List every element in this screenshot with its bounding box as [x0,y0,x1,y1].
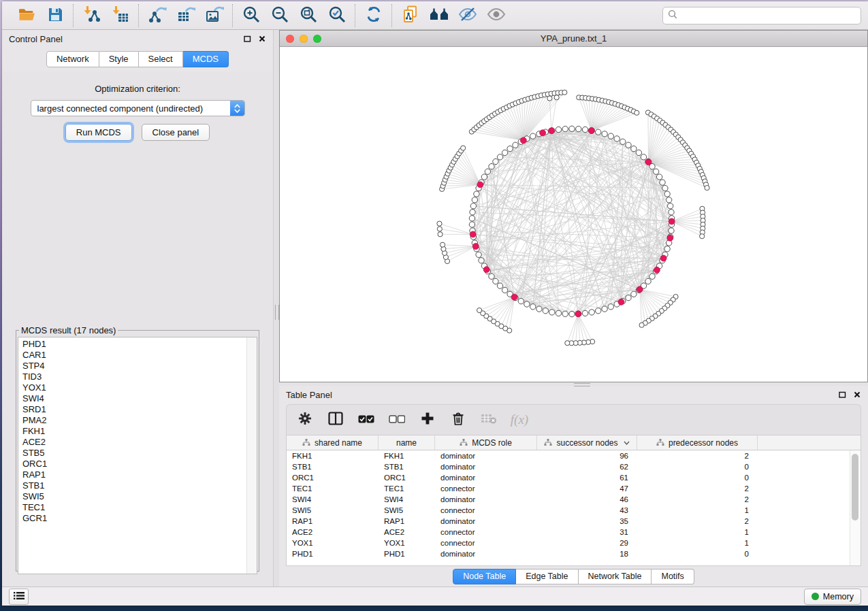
mcds-result-item[interactable]: STB1 [22,480,257,491]
mcds-result-item[interactable]: GCR1 [22,513,257,524]
optimization-criterion-select[interactable]: largest connected component (undirected) [31,100,245,116]
mcds-result-item[interactable]: YOX1 [22,382,257,393]
table-row[interactable]: SWI5SWI5connector431 [287,505,861,516]
open-folder-icon [18,6,36,25]
zoom-window-icon[interactable] [313,35,321,43]
close-window-icon[interactable] [286,35,294,43]
table-row[interactable]: YOX1YOX1connector291 [287,538,861,548]
column-header-predecessor-nodes[interactable]: predecessor nodes [637,435,758,450]
table-row[interactable]: RAP1RAP1dominator352 [287,516,861,527]
list-scrollbar[interactable] [246,337,257,574]
tab-network-table[interactable]: Network Table [579,569,652,584]
zoom-in-button[interactable] [242,6,261,25]
mcds-result-item[interactable]: TEC1 [22,502,257,513]
minimize-window-icon[interactable] [300,35,308,43]
mcds-result-item[interactable]: SWI4 [22,393,257,404]
memory-button[interactable]: Memory [804,589,861,605]
close-panel-button[interactable]: Close panel [142,124,210,141]
select-all-columns-button[interactable] [358,412,374,428]
scrollbar-thumb[interactable] [852,454,858,521]
tab-edge-table[interactable]: Edge Table [516,569,578,584]
columns-icon [328,412,343,428]
mcds-result-list[interactable]: PHD1CAR1STP4TID3YOX1SWI4SRD1PMA2FKH1ACE2… [18,337,257,574]
tab-node-table[interactable]: Node Table [453,569,516,584]
column-panel-button[interactable] [327,412,344,428]
file-group [9,6,73,25]
tab-motifs[interactable]: Motifs [652,569,694,584]
zoom-fit-button[interactable] [299,6,318,25]
mcds-result-item[interactable]: TID3 [22,371,257,382]
mcds-result-item[interactable]: PHD1 [22,339,257,350]
table-row[interactable]: PHD1PHD1dominator180 [287,548,861,559]
first-neighbors-button[interactable] [430,6,449,25]
network-graph[interactable] [280,47,867,382]
network-canvas[interactable] [280,47,867,382]
table-cell: 43 [537,506,637,514]
mcds-result-item[interactable]: STP4 [22,361,257,371]
table-row[interactable]: ORC1ORC1dominator610 [287,472,861,483]
horizontal-splitter[interactable] [279,382,868,386]
column-header-name[interactable]: name [379,435,435,450]
mcds-result-item[interactable]: ACE2 [22,437,257,448]
mcds-result-item[interactable]: STB5 [22,448,257,459]
tab-network[interactable]: Network [46,51,99,67]
table-row[interactable]: STB1STB1dominator620 [287,461,861,472]
save-session-button[interactable] [46,6,65,25]
table-row[interactable]: TEC1TEC1connector472 [287,483,861,494]
float-panel-icon[interactable] [243,35,251,43]
tree-icon [656,439,664,446]
table-row[interactable]: SWI4SWI4dominator462 [287,494,861,505]
new-network-from-selection-button[interactable] [401,6,420,25]
tab-style[interactable]: Style [99,51,139,67]
column-header-filler [758,435,861,450]
delete-table-button[interactable] [481,412,497,428]
hide-selected-button[interactable] [458,6,477,25]
table-cell: YOX1 [287,539,379,547]
table-row[interactable]: ACE2ACE2connector311 [287,527,861,538]
export-image-button[interactable] [205,6,224,25]
function-builder-button[interactable]: f(x) [511,412,528,428]
close-panel-icon[interactable] [258,35,266,43]
vertical-splitter[interactable] [274,30,279,587]
import-network-button[interactable] [82,6,101,25]
zoom-out-button[interactable] [270,6,289,25]
mcds-result-item[interactable]: FKH1 [22,426,257,437]
table-cell: 47 [537,484,637,493]
zoom-selected-button[interactable] [327,6,347,25]
import-table-button[interactable] [111,6,130,25]
mcds-result-item[interactable]: SWI5 [22,491,257,502]
mcds-result-item[interactable]: CAR1 [22,350,257,361]
table-scrollbar[interactable] [850,450,861,565]
float-panel-icon[interactable] [838,391,846,399]
show-log-button[interactable] [9,589,29,605]
show-all-button[interactable] [487,6,506,25]
tab-select[interactable]: Select [139,51,183,67]
splitter-grip [275,305,279,320]
apply-layout-button[interactable] [364,6,383,25]
mcds-result-item[interactable]: SRD1 [22,404,257,415]
column-header-mcds-role[interactable]: MCDS role [435,435,537,450]
column-header-shared-name[interactable]: shared name [287,435,379,450]
export-network-button[interactable] [148,6,167,25]
run-mcds-button[interactable]: Run MCDS [65,124,132,141]
select-stepper [230,101,244,116]
mcds-result-item[interactable]: RAP1 [22,469,257,480]
delete-column-button[interactable] [450,412,466,428]
mcds-result-item[interactable]: PMA2 [22,415,257,426]
table-cell: 46 [537,495,637,503]
unselect-all-columns-button[interactable] [389,412,405,428]
trash-icon [452,412,464,428]
table-cell: STB1 [379,463,435,471]
open-file-button[interactable] [17,6,36,25]
zoom-selected-icon [328,5,346,26]
tab-mcds[interactable]: MCDS [183,51,229,67]
table-cell: PHD1 [379,550,435,558]
export-table-button[interactable] [176,6,195,25]
table-settings-button[interactable] [297,412,313,428]
mcds-result-item[interactable]: ORC1 [22,459,257,469]
close-panel-icon[interactable] [853,391,861,399]
create-column-button[interactable] [419,412,436,428]
search-input[interactable] [681,10,856,21]
column-header-successor-nodes[interactable]: successor nodes [537,435,637,450]
table-row[interactable]: FKH1FKH1dominator962 [287,450,861,461]
